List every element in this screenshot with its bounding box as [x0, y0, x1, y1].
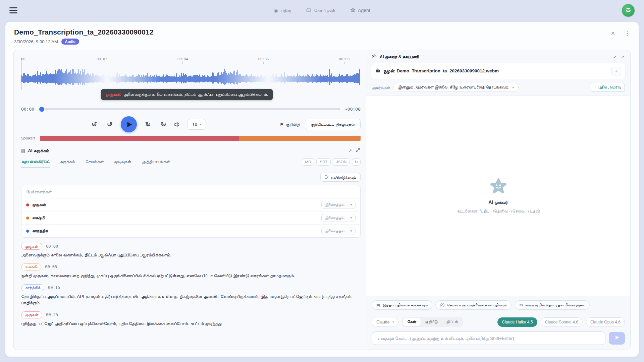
agent-panel: AI முகவர் & சகப்பணி ↙ ↗ சூழல்: Demo_Tran…	[366, 50, 630, 350]
tab-transcript[interactable]: டிரான்ஸ்கிரிப்ட்	[21, 156, 50, 168]
model-haiku[interactable]: Claude Haiku 4.5	[497, 317, 537, 327]
recording-detail-card: Demo_Transcription_ta_20260330090012 3/3…	[5, 22, 639, 357]
files-icon	[306, 8, 311, 13]
skip-back-30-icon[interactable]: ↺30	[90, 120, 99, 129]
waveform-tooltip: முருகன்:அனைவருக்கும் காலை வணக்கம், திட்ட…	[101, 89, 273, 100]
transcript-speaker-pill[interactable]: கார்த்திக்	[21, 284, 44, 291]
mode-ask[interactable]: கேள்	[403, 318, 421, 326]
speakers-bar[interactable]	[40, 136, 361, 141]
skip-back-10-icon[interactable]: ↺10	[105, 120, 114, 129]
sessions-label: அமர்வுகள்	[372, 85, 390, 90]
speaker-name: லக்ஷ்மி	[32, 216, 318, 221]
nav-record[interactable]: ◉ பதிவு	[274, 8, 291, 13]
speaker-row: கார்த்திக் இணைத்தல்...▾	[21, 224, 360, 237]
chevron-down-icon: ▾	[350, 216, 352, 220]
tab-summary[interactable]: சுருக்கம்	[59, 156, 75, 168]
nav-record-label: பதிவு	[281, 8, 291, 13]
provider-dropdown[interactable]: Claude▾	[372, 318, 398, 326]
transcript-speaker-pill[interactable]: லக்ஷ்மி	[21, 263, 41, 270]
document-icon: ▤	[376, 303, 380, 307]
tab-chapters[interactable]: அத்தியாயங்கள்	[141, 156, 170, 168]
chevron-down-icon: ▾	[512, 86, 514, 89]
speaker-color-dot	[26, 230, 29, 233]
speed-selector[interactable]: 1x▾	[187, 119, 206, 130]
transcript-time: 00:05	[45, 264, 57, 269]
send-button[interactable]	[609, 332, 625, 345]
sessions-dropdown[interactable]: இன்னும் அமர்வுகள் இல்லை. கீழே உரையாடலைத்…	[393, 83, 519, 92]
menu-icon[interactable]	[9, 6, 17, 15]
copy-icon	[325, 175, 328, 180]
transcript-text: தொழில்நுட்ப அடிப்படையில், API தாமதம் எதி…	[21, 294, 361, 306]
marked-events-button[interactable]: குறியிடப்பட்ட நிகழ்வுகள்	[305, 119, 361, 130]
mode-code[interactable]: குறியீடு	[421, 318, 442, 326]
remaining-time: -00:08	[345, 107, 361, 112]
chevron-down-icon: ▾	[392, 320, 394, 324]
speaker-segment[interactable]	[239, 136, 361, 141]
summary-tabs: டிரான்ஸ்கிரிப்ட் சுருக்கம் செயல்கள் முடி…	[21, 156, 361, 168]
refresh-icon[interactable]: ↻	[352, 158, 361, 166]
nav-files-label: கோப்புகள்	[314, 8, 335, 13]
nav-agent-label: Agent	[358, 8, 370, 13]
tooltip-text: அனைவருக்கும் காலை வணக்கம், திட்டம் ஆல்ஃப…	[123, 92, 268, 97]
quick-action-find-items[interactable]: ✓ செயல் உருப்படிகளைக் கண்டறியவும்	[435, 300, 512, 310]
seek-slider[interactable]	[39, 108, 340, 110]
transcript-body: நகலெடுக்கவும் முருகன் இணைத்தல்...▾	[21, 168, 361, 350]
speaker-link-dropdown[interactable]: இணைத்தல்...▾	[321, 227, 356, 235]
waveform[interactable]	[21, 64, 361, 89]
expand-icon[interactable]	[355, 147, 361, 154]
tab-decisions[interactable]: முடிவுகள்	[113, 156, 132, 168]
chat-input-row	[366, 328, 630, 350]
mark-button[interactable]: ⚑ குறியிடு	[280, 122, 300, 127]
seek-thumb[interactable]	[39, 107, 44, 112]
agent-title: AI முகவர் & சகப்பணி	[380, 55, 609, 60]
nav-agent[interactable]: Agent	[351, 8, 370, 13]
skip-forward-30-icon[interactable]: ↻30	[159, 120, 168, 129]
chevron-down-icon: ▾	[350, 229, 352, 233]
new-session-button[interactable]: + புதிய அமர்வு	[591, 83, 625, 92]
open-external-icon[interactable]: ↗	[347, 147, 353, 154]
model-opus[interactable]: Claude Opus 4.6	[586, 317, 625, 327]
chevron-down-icon: ▾	[350, 203, 352, 206]
playhead	[21, 58, 21, 90]
speed-value: 1x	[192, 122, 197, 127]
quick-action-draft-email[interactable]: ✉ வரைவு பின்தொடர்தல் மின்னஞ்சல்	[515, 300, 590, 310]
transcript-entry: முருகன் 00:25 புரிந்தது. பட்ஜெட் அதிகரிப…	[21, 311, 361, 327]
export-json-button[interactable]: JSON	[333, 158, 350, 166]
model-sonnet[interactable]: Claude Sonnet 4.6	[541, 317, 583, 327]
close-icon[interactable]: ✕	[611, 31, 615, 36]
app-logo[interactable]	[622, 4, 635, 17]
transcript-time: 00:00	[46, 244, 58, 249]
mode-switcher: கேள் குறியீடு திட்டம்	[402, 317, 463, 327]
chat-input[interactable]	[372, 331, 605, 345]
seek-row: 00:00 -00:08	[21, 107, 361, 112]
speaker-row: முருகன் இணைத்தல்...▾	[21, 198, 360, 211]
timeline-ruler: 00 00:02 00:04 00:06 00:08	[21, 57, 361, 64]
current-time: 00:00	[21, 107, 34, 112]
speaker-link-dropdown[interactable]: இணைத்தல்...▾	[321, 201, 356, 209]
nav-files[interactable]: கோப்புகள்	[306, 8, 335, 13]
ruler-tick: 00:02	[97, 57, 107, 64]
popout-icon[interactable]: ↗	[620, 54, 625, 60]
tab-actions[interactable]: செயல்கள்	[85, 156, 104, 168]
speaker-link-dropdown[interactable]: இணைத்தல்...▾	[321, 214, 356, 222]
add-context-button[interactable]: +	[611, 67, 621, 75]
kebab-menu-icon[interactable]: ⋮	[625, 31, 630, 36]
volume-icon[interactable]	[174, 122, 180, 127]
skip-forward-10-icon[interactable]: ↻10	[144, 120, 152, 129]
transcript-entry: கார்த்திக் 00:15 தொழில்நுட்ப அடிப்படையில…	[21, 284, 361, 306]
mode-plan[interactable]: திட்டம்	[442, 318, 462, 326]
speaker-segment[interactable]	[40, 136, 239, 141]
export-srt-button[interactable]: SRT	[316, 158, 331, 166]
speaker-row: லக்ஷ்மி இணைத்தல்...▾	[21, 211, 360, 224]
play-button[interactable]	[121, 116, 137, 132]
check-circle-icon: ✓	[440, 303, 444, 307]
transcript-entry: லக்ஷ்மி 00:05 நன்றி முருகன். காலவரையறை க…	[21, 263, 361, 279]
transcript-speaker-pill[interactable]: முருகன்	[21, 311, 42, 318]
export-md-button[interactable]: MD	[302, 158, 315, 166]
speakers-panel: முருகன் இணைத்தல்...▾ லக்ஷ்மி இணைத்தல்...…	[21, 185, 361, 238]
transcript-speaker-pill[interactable]: முருகன்	[21, 243, 42, 250]
quick-action-summarize[interactable]: ▤ இந்தப் பதிவைச் சுருக்கவும்	[372, 300, 432, 310]
collapse-icon[interactable]: ↙	[612, 54, 617, 60]
copy-button[interactable]: நகலெடுக்கவும்	[320, 173, 361, 182]
speakers-search-input[interactable]	[26, 189, 356, 194]
